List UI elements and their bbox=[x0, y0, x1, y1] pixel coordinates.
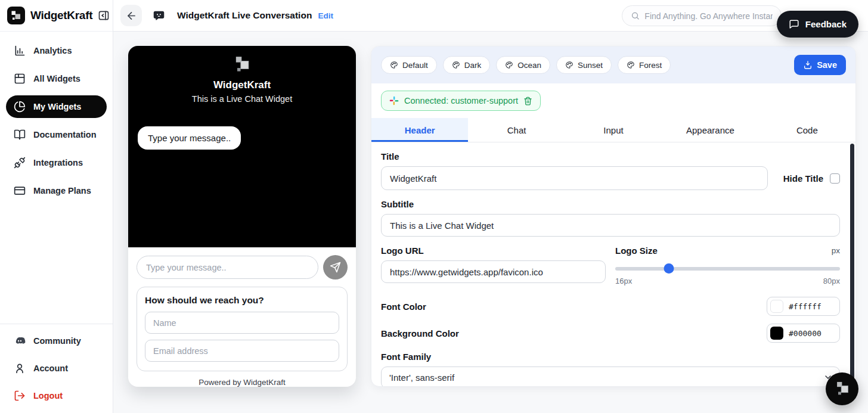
logo-size-label: Logo Size bbox=[615, 246, 658, 256]
slider-max-label: 80px bbox=[823, 277, 840, 285]
chat-widget-preview: WidgetKraft This is a Live Chat Widget T… bbox=[128, 46, 356, 387]
widget-title: WidgetKraft bbox=[213, 79, 271, 91]
layout-icon bbox=[14, 73, 26, 85]
save-download-icon bbox=[803, 60, 813, 70]
sidebar-item-manage-plans[interactable]: Manage Plans bbox=[6, 179, 107, 202]
sidebar-item-integrations[interactable]: Integrations bbox=[6, 151, 107, 174]
widget-logo-icon bbox=[232, 56, 252, 74]
background-color-swatch[interactable] bbox=[770, 327, 783, 340]
trash-icon[interactable] bbox=[523, 97, 532, 105]
name-field[interactable] bbox=[145, 312, 339, 334]
subtitle-label: Subtitle bbox=[381, 199, 840, 209]
slider-track[interactable] bbox=[615, 267, 840, 271]
main-area: WidgetKraft Live Conversation Edit Feedb… bbox=[113, 0, 868, 413]
sidebar-item-analytics[interactable]: Analytics bbox=[6, 39, 107, 62]
topbar: WidgetKraft Live Conversation Edit Feedb… bbox=[113, 0, 868, 32]
contact-heading: How should we reach you? bbox=[145, 295, 339, 306]
widget-header: WidgetKraft This is a Live Chat Widget T… bbox=[128, 46, 356, 247]
slack-connection-chip[interactable]: Connected: customer-support bbox=[381, 91, 541, 111]
hide-title-group: Hide Title bbox=[783, 173, 840, 184]
widgetkraft-logo-icon bbox=[11, 10, 21, 21]
slider-thumb[interactable] bbox=[664, 263, 674, 274]
subtitle-input[interactable] bbox=[381, 214, 840, 237]
sidebar-item-community[interactable]: Community bbox=[6, 330, 107, 352]
background-color-label: Background Color bbox=[381, 328, 459, 339]
sidebar-spacer bbox=[0, 202, 113, 324]
sidebar-item-documentation[interactable]: Documentation bbox=[6, 123, 107, 146]
feedback-button[interactable]: Feedback bbox=[777, 11, 858, 38]
sidebar-item-label: My Widgets bbox=[33, 102, 81, 111]
font-color-swatch[interactable] bbox=[770, 300, 783, 313]
sidebar-item-label: All Widgets bbox=[33, 74, 80, 83]
collapse-sidebar-icon[interactable] bbox=[98, 10, 110, 21]
title-input[interactable] bbox=[381, 166, 768, 190]
page-title: WidgetKraft Live Conversation bbox=[177, 10, 312, 21]
sidebar-item-label: Account bbox=[33, 364, 68, 373]
hide-title-label: Hide Title bbox=[783, 173, 823, 184]
widget-launcher-button[interactable] bbox=[826, 372, 858, 405]
background-color-hex: #000000 bbox=[789, 329, 822, 338]
theme-chip-default[interactable]: Default bbox=[381, 56, 437, 74]
title-row: Hide Title bbox=[381, 166, 840, 190]
widget-message-bubble: Type your message.. bbox=[138, 126, 241, 150]
book-open-icon bbox=[14, 129, 26, 141]
sidebar-item-label: Analytics bbox=[33, 46, 72, 55]
theme-chip-sunset[interactable]: Sunset bbox=[556, 56, 612, 74]
connection-row: Connected: customer-support bbox=[371, 83, 855, 118]
sidebar-item-label: Manage Plans bbox=[33, 186, 91, 195]
hide-title-checkbox[interactable] bbox=[830, 173, 840, 184]
settings-tabs: Header Chat Input Appearance Code bbox=[371, 118, 855, 142]
slider-min-label: 16px bbox=[615, 277, 632, 285]
tab-header[interactable]: Header bbox=[371, 118, 468, 142]
theme-chip-dark[interactable]: Dark bbox=[443, 56, 491, 74]
contact-card: How should we reach you? bbox=[137, 287, 348, 371]
sidebar-item-label: Community bbox=[33, 336, 81, 346]
settings-scrollbar[interactable] bbox=[850, 144, 854, 384]
back-button[interactable] bbox=[120, 5, 142, 26]
widget-settings-panel: Default Dark Ocean Sunset Forest bbox=[371, 46, 856, 387]
logo-size-slider[interactable] bbox=[615, 263, 840, 274]
sidebar-item-logout[interactable]: Logout bbox=[6, 384, 107, 407]
powered-by-label: Powered by WidgetKraft bbox=[137, 378, 348, 387]
pie-chart-icon bbox=[14, 101, 26, 113]
logo-size-header: Logo Size px bbox=[615, 246, 840, 256]
slider-range-labels: 16px 80px bbox=[615, 277, 840, 285]
logout-icon bbox=[14, 390, 26, 402]
tab-chat[interactable]: Chat bbox=[468, 118, 565, 142]
sidebar-item-account[interactable]: Account bbox=[6, 357, 107, 380]
tab-code[interactable]: Code bbox=[759, 118, 855, 142]
save-button[interactable]: Save bbox=[794, 55, 846, 75]
tab-appearance[interactable]: Appearance bbox=[662, 118, 758, 142]
send-icon bbox=[330, 262, 341, 273]
font-color-hex: #ffffff bbox=[789, 302, 822, 311]
logo-url-input[interactable] bbox=[381, 260, 606, 283]
theme-bar: Default Dark Ocean Sunset Forest bbox=[371, 46, 855, 83]
theme-chip-ocean[interactable]: Ocean bbox=[496, 56, 550, 74]
logo-url-label: Logo URL bbox=[381, 246, 606, 256]
logo-row: Logo URL Logo Size px 16px bbox=[381, 246, 840, 285]
sidebar-item-all-widgets[interactable]: All Widgets bbox=[6, 67, 107, 90]
send-button[interactable] bbox=[323, 255, 348, 280]
plug-icon bbox=[14, 157, 26, 169]
font-family-label: Font Family bbox=[381, 352, 840, 362]
tab-input[interactable]: Input bbox=[565, 118, 662, 142]
font-color-picker[interactable]: #ffffff bbox=[767, 297, 840, 316]
font-family-select[interactable]: 'Inter', sans-serif bbox=[381, 367, 840, 386]
theme-chip-forest[interactable]: Forest bbox=[618, 56, 671, 74]
font-family-group: Font Family 'Inter', sans-serif bbox=[381, 352, 840, 386]
theme-chip-label: Sunset bbox=[578, 61, 603, 70]
palette-icon bbox=[565, 61, 574, 69]
email-field[interactable] bbox=[145, 340, 339, 362]
widget-message-input[interactable] bbox=[137, 256, 318, 279]
title-label: Title bbox=[381, 151, 840, 162]
app-name: WidgetKraft bbox=[30, 9, 92, 22]
background-color-picker[interactable]: #000000 bbox=[767, 324, 840, 343]
global-search[interactable] bbox=[622, 5, 782, 26]
sidebar: WidgetKraft Analytics All Widgets My Wid… bbox=[0, 0, 113, 413]
theme-chip-label: Ocean bbox=[517, 61, 541, 70]
sidebar-item-my-widgets[interactable]: My Widgets bbox=[6, 95, 107, 118]
search-input[interactable] bbox=[644, 11, 773, 21]
sidebar-header: WidgetKraft bbox=[0, 0, 113, 32]
bar-chart-icon bbox=[14, 45, 26, 57]
edit-title-link[interactable]: Edit bbox=[318, 11, 333, 20]
